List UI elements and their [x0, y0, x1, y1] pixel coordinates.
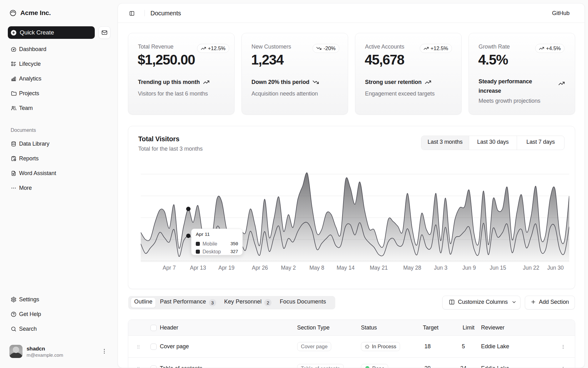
svg-text:Apr 13: Apr 13: [190, 265, 206, 271]
svg-text:Apr 7: Apr 7: [163, 265, 176, 271]
svg-text:May 28: May 28: [403, 265, 421, 271]
svg-text:May 21: May 21: [370, 265, 388, 271]
svg-text:Jun 3: Jun 3: [434, 265, 448, 271]
svg-text:Jun 30: Jun 30: [547, 265, 564, 271]
svg-text:Apr 26: Apr 26: [252, 265, 268, 271]
svg-text:Jun 9: Jun 9: [463, 265, 476, 271]
svg-text:May 2: May 2: [281, 265, 296, 271]
svg-text:May 8: May 8: [309, 265, 324, 271]
svg-text:Apr 19: Apr 19: [218, 265, 235, 271]
svg-text:Jun 15: Jun 15: [490, 265, 506, 271]
svg-text:Jun 22: Jun 22: [523, 265, 540, 271]
svg-text:May 14: May 14: [337, 265, 355, 271]
